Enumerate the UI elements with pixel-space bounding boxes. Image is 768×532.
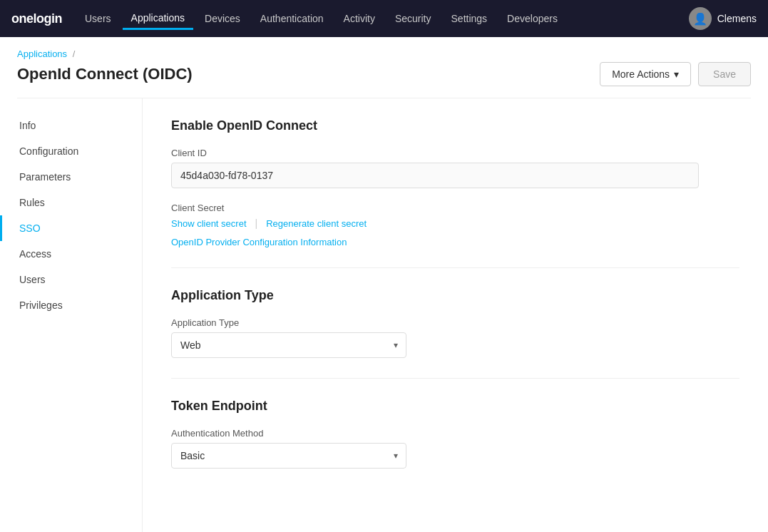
save-button[interactable]: Save [698,62,751,86]
openid-provider-config-link[interactable]: OpenID Provider Configuration Informatio… [171,237,347,247]
logo-text: onelogin [11,11,62,26]
application-type-group: Application Type Web Native/Mobile Singl… [171,317,739,358]
client-id-group: Client ID [171,148,739,188]
application-type-label: Application Type [171,317,739,328]
username: Clemens [717,13,757,24]
link-separator: | [255,218,258,229]
logo: onelogin [11,11,62,26]
application-type-select-wrapper: Web Native/Mobile Single Page App Servic… [171,332,406,358]
auth-method-select[interactable]: Basic POST None [171,443,406,469]
nav-item-authentication[interactable]: Authentication [252,9,332,29]
auth-method-label: Authentication Method [171,428,739,439]
sidebar-item-configuration[interactable]: Configuration [0,138,142,164]
sidebar-item-configuration-label: Configuration [19,145,78,157]
nav-item-developers[interactable]: Developers [498,9,566,29]
page-title: OpenId Connect (OIDC) [17,65,193,83]
breadcrumb-link-applications[interactable]: Applications [17,48,67,59]
main-content: Enable OpenID Connect Client ID Client S… [143,98,768,532]
regenerate-client-secret-link[interactable]: Regenerate client secret [266,218,367,229]
client-secret-group: Client Secret Show client secret | Regen… [171,203,739,247]
sidebar-item-privileges-label: Privileges [19,300,63,311]
sidebar-item-info[interactable]: Info [0,113,142,138]
sidebar-item-rules[interactable]: Rules [0,190,142,215]
section1-title: Enable OpenID Connect [171,118,739,133]
sidebar-item-access[interactable]: Access [0,241,142,267]
nav-item-devices[interactable]: Devices [196,9,249,29]
section2-title: Application Type [171,288,739,303]
nav-item-security[interactable]: Security [386,9,440,29]
header-actions: More Actions ▾ Save [600,62,751,86]
client-id-label: Client ID [171,148,739,158]
more-actions-chevron-icon: ▾ [674,68,679,80]
sidebar-item-privileges[interactable]: Privileges [0,292,142,318]
top-nav: onelogin Users Applications Devices Auth… [0,0,768,37]
section-divider-1 [171,267,739,268]
more-actions-button[interactable]: More Actions ▾ [600,62,691,86]
client-secret-label: Client Secret [171,203,739,213]
auth-method-group: Authentication Method Basic POST None ▾ [171,428,739,469]
show-client-secret-link[interactable]: Show client secret [171,218,247,229]
sidebar-item-users-label: Users [19,274,46,285]
more-actions-label: More Actions [612,68,670,80]
nav-item-settings[interactable]: Settings [443,9,496,29]
nav-item-activity[interactable]: Activity [335,9,384,29]
nav-item-users[interactable]: Users [76,9,120,29]
client-id-input[interactable] [171,163,699,188]
breadcrumb-separator: / [73,48,76,59]
section-divider-2 [171,378,739,379]
auth-method-select-wrapper: Basic POST None ▾ [171,443,406,469]
sidebar-item-rules-label: Rules [19,197,45,208]
breadcrumb: Applications / [17,48,751,59]
client-secret-links: Show client secret | Regenerate client s… [171,218,739,229]
layout: Info Configuration Parameters Rules SSO … [0,98,768,532]
application-type-select[interactable]: Web Native/Mobile Single Page App Servic… [171,332,406,358]
sidebar-item-access-label: Access [19,248,51,260]
page-title-row: OpenId Connect (OIDC) More Actions ▾ Sav… [17,62,751,98]
sidebar: Info Configuration Parameters Rules SSO … [0,98,143,532]
section3-title: Token Endpoint [171,399,739,414]
page-header: Applications / OpenId Connect (OIDC) Mor… [0,37,768,98]
sidebar-item-users[interactable]: Users [0,267,142,292]
sidebar-item-parameters-label: Parameters [19,171,71,183]
sidebar-item-sso[interactable]: SSO [0,215,142,241]
user-menu[interactable]: 👤 Clemens [689,7,757,30]
sidebar-item-sso-label: SSO [19,222,41,234]
openid-provider-config-block: OpenID Provider Configuration Informatio… [171,236,739,247]
sidebar-item-info-label: Info [19,120,36,131]
avatar: 👤 [689,7,712,30]
nav-item-applications[interactable]: Applications [123,8,194,30]
sidebar-item-parameters[interactable]: Parameters [0,164,142,190]
